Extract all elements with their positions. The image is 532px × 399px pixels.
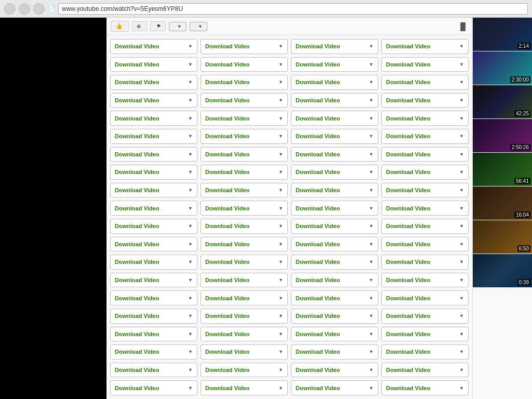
download-video-button[interactable]: Download Video▼ bbox=[110, 57, 197, 72]
video-thumbnail[interactable]: 56:41 bbox=[473, 153, 532, 187]
download-video-button[interactable]: Download Video▼ bbox=[110, 290, 197, 305]
download-video-button[interactable]: Download Video▼ bbox=[381, 237, 469, 252]
download-video-button[interactable]: Download Video▼ bbox=[291, 309, 378, 324]
download-video-label: Download Video bbox=[386, 313, 430, 319]
download-video-button[interactable]: Download Video▼ bbox=[201, 237, 288, 252]
toolbar-download-video-button[interactable]: ▼ bbox=[169, 22, 187, 31]
download-video-button[interactable]: Download Video▼ bbox=[201, 290, 288, 305]
video-thumbnail[interactable]: 2:50:26 bbox=[473, 119, 532, 153]
download-video-button[interactable]: Download Video▼ bbox=[110, 165, 197, 180]
download-video-button[interactable]: Download Video▼ bbox=[381, 290, 469, 305]
download-video-button[interactable]: Download Video▼ bbox=[110, 380, 197, 395]
download-video-button[interactable]: Download Video▼ bbox=[381, 93, 469, 108]
download-video-button[interactable]: Download Video▼ bbox=[381, 363, 469, 378]
download-video-button[interactable]: Download Video▼ bbox=[201, 111, 288, 126]
download-video-button[interactable]: Download Video▼ bbox=[291, 290, 378, 305]
download-video-button[interactable]: Download Video▼ bbox=[201, 75, 288, 90]
toolbar-download-video-button-2[interactable]: ▼ bbox=[190, 22, 207, 31]
download-video-button[interactable]: Download Video▼ bbox=[291, 165, 378, 180]
download-video-button[interactable]: Download Video▼ bbox=[381, 344, 469, 360]
download-video-button[interactable]: Download Video▼ bbox=[381, 111, 469, 126]
download-video-button[interactable]: Download Video▼ bbox=[381, 327, 469, 342]
download-video-button[interactable]: Download Video▼ bbox=[291, 93, 378, 108]
download-video-button[interactable]: Download Video▼ bbox=[110, 327, 197, 342]
download-video-button[interactable]: Download Video▼ bbox=[291, 380, 378, 395]
download-video-button[interactable]: Download Video▼ bbox=[381, 255, 469, 270]
add-to-button[interactable]: ⊕ bbox=[132, 21, 147, 31]
video-thumbnail[interactable]: 0:39 bbox=[473, 254, 532, 288]
download-video-button[interactable]: Download Video▼ bbox=[291, 344, 378, 360]
download-video-button[interactable]: Download Video▼ bbox=[381, 147, 469, 162]
download-video-button[interactable]: Download Video▼ bbox=[291, 219, 378, 234]
download-video-button[interactable]: Download Video▼ bbox=[291, 39, 378, 54]
download-video-button[interactable]: Download Video▼ bbox=[201, 93, 288, 108]
download-video-button[interactable]: Download Video▼ bbox=[110, 344, 197, 360]
download-video-button[interactable]: Download Video▼ bbox=[201, 39, 288, 54]
download-video-button[interactable]: Download Video▼ bbox=[110, 129, 197, 144]
download-video-button[interactable]: Download Video▼ bbox=[110, 75, 197, 90]
video-thumbnail[interactable]: 2:14 bbox=[473, 18, 532, 51]
download-video-button[interactable]: Download Video▼ bbox=[291, 255, 378, 270]
dropdown-arrow-icon: ▼ bbox=[278, 79, 283, 85]
download-video-button[interactable]: Download Video▼ bbox=[381, 57, 469, 72]
download-video-button[interactable]: Download Video▼ bbox=[381, 165, 469, 180]
download-video-button[interactable]: Download Video▼ bbox=[110, 183, 197, 198]
download-video-button[interactable]: Download Video▼ bbox=[201, 147, 288, 162]
download-video-button[interactable]: Download Video▼ bbox=[291, 129, 378, 144]
dropdown-arrow-icon: ▼ bbox=[188, 385, 193, 391]
download-video-button[interactable]: Download Video▼ bbox=[110, 93, 197, 108]
download-video-button[interactable]: Download Video▼ bbox=[291, 75, 378, 90]
download-video-button[interactable]: Download Video▼ bbox=[381, 129, 469, 144]
download-video-button[interactable]: Download Video▼ bbox=[381, 39, 469, 54]
download-video-button[interactable]: Download Video▼ bbox=[201, 363, 288, 378]
download-video-button[interactable]: Download Video▼ bbox=[291, 183, 378, 198]
download-video-button[interactable]: Download Video▼ bbox=[110, 39, 197, 54]
download-video-button[interactable]: Download Video▼ bbox=[201, 57, 288, 72]
refresh-button[interactable] bbox=[33, 3, 45, 15]
forward-button[interactable] bbox=[19, 3, 30, 15]
download-video-button[interactable]: Download Video▼ bbox=[291, 111, 378, 126]
download-video-button[interactable]: Download Video▼ bbox=[381, 309, 469, 324]
download-video-button[interactable]: Download Video▼ bbox=[381, 75, 469, 90]
download-video-button[interactable]: Download Video▼ bbox=[201, 219, 288, 234]
download-video-button[interactable]: Download Video▼ bbox=[201, 344, 288, 360]
video-thumbnail[interactable]: 42:25 bbox=[473, 85, 532, 119]
download-video-button[interactable]: Download Video▼ bbox=[201, 309, 288, 324]
back-button[interactable] bbox=[4, 3, 16, 15]
download-video-button[interactable]: Download Video▼ bbox=[110, 309, 197, 324]
download-video-button[interactable]: Download Video▼ bbox=[381, 273, 469, 288]
download-video-button[interactable]: Download Video▼ bbox=[291, 147, 378, 162]
download-video-button[interactable]: Download Video▼ bbox=[291, 363, 378, 378]
download-video-button[interactable]: Download Video▼ bbox=[110, 255, 197, 270]
like-button[interactable]: 👍 bbox=[111, 21, 129, 32]
download-video-button[interactable]: Download Video▼ bbox=[381, 219, 469, 234]
download-video-button[interactable]: Download Video▼ bbox=[201, 201, 288, 216]
download-video-button[interactable]: Download Video▼ bbox=[110, 201, 197, 216]
download-video-button[interactable]: Download Video▼ bbox=[201, 183, 288, 198]
download-video-button[interactable]: Download Video▼ bbox=[291, 237, 378, 252]
download-video-button[interactable]: Download Video▼ bbox=[110, 111, 197, 126]
download-video-button[interactable]: Download Video▼ bbox=[110, 363, 197, 378]
video-thumbnail[interactable]: 16:04 bbox=[473, 187, 532, 220]
download-video-button[interactable]: Download Video▼ bbox=[381, 183, 469, 198]
download-video-button[interactable]: Download Video▼ bbox=[291, 201, 378, 216]
download-video-button[interactable]: Download Video▼ bbox=[291, 327, 378, 342]
download-video-button[interactable]: Download Video▼ bbox=[201, 273, 288, 288]
share-button[interactable]: ⚑ bbox=[150, 21, 166, 31]
video-thumbnail[interactable]: 6:50 bbox=[473, 220, 532, 254]
download-video-button[interactable]: Download Video▼ bbox=[201, 327, 288, 342]
download-video-button[interactable]: Download Video▼ bbox=[201, 380, 288, 395]
download-video-button[interactable]: Download Video▼ bbox=[110, 219, 197, 234]
download-video-button[interactable]: Download Video▼ bbox=[201, 255, 288, 270]
video-thumbnail[interactable]: 2:30:00 bbox=[473, 51, 532, 85]
download-video-button[interactable]: Download Video▼ bbox=[381, 380, 469, 395]
download-video-button[interactable]: Download Video▼ bbox=[201, 129, 288, 144]
download-video-button[interactable]: Download Video▼ bbox=[110, 147, 197, 162]
download-video-button[interactable]: Download Video▼ bbox=[291, 57, 378, 72]
address-bar[interactable] bbox=[58, 3, 528, 15]
download-video-button[interactable]: Download Video▼ bbox=[201, 165, 288, 180]
download-video-button[interactable]: Download Video▼ bbox=[110, 273, 197, 288]
download-video-button[interactable]: Download Video▼ bbox=[381, 201, 469, 216]
download-video-button[interactable]: Download Video▼ bbox=[291, 273, 378, 288]
download-video-button[interactable]: Download Video▼ bbox=[110, 237, 197, 252]
